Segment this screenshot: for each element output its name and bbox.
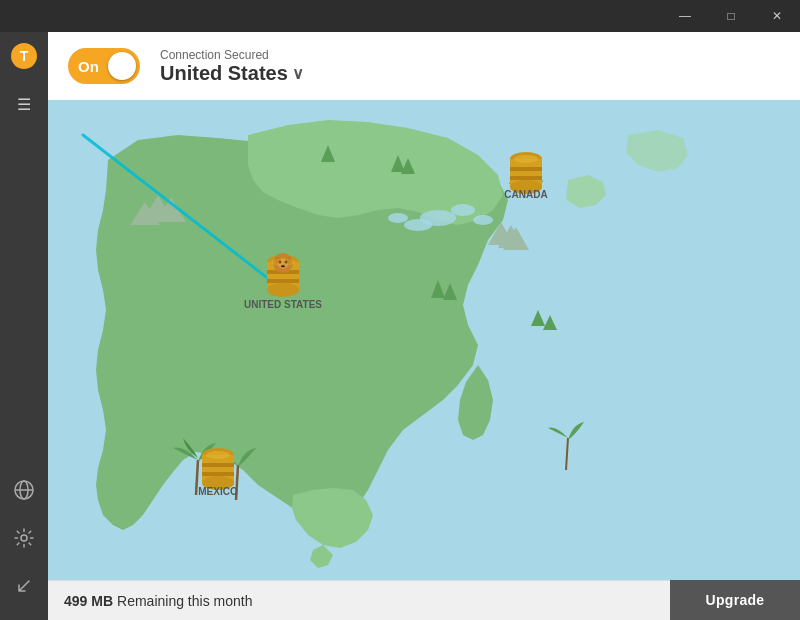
upgrade-button[interactable]: Upgrade: [670, 580, 800, 620]
app-logo: T: [0, 32, 48, 80]
svg-rect-54: [202, 463, 234, 467]
svg-point-11: [388, 213, 408, 223]
svg-point-56: [206, 451, 230, 459]
us-label: UNITED STATES: [244, 299, 322, 310]
us-server: [267, 253, 299, 297]
svg-rect-35: [510, 167, 542, 171]
toggle-label: On: [78, 58, 99, 75]
vpn-toggle-container: On: [68, 48, 140, 84]
canada-label: CANADA: [504, 189, 547, 200]
connection-info: Connection Secured United States ∨: [160, 48, 304, 85]
svg-point-9: [473, 215, 493, 225]
svg-rect-55: [202, 472, 234, 476]
arrow-icon: [15, 577, 33, 599]
vpn-toggle[interactable]: On: [68, 48, 140, 84]
sidebar: T ☰: [0, 32, 48, 620]
mexico-server: [202, 448, 234, 490]
globe-button[interactable]: [0, 468, 48, 516]
toggle-knob: [108, 52, 136, 80]
window-controls: — □ ✕: [662, 0, 800, 32]
chevron-down-icon: ∨: [292, 64, 304, 83]
mexico-label: MEXICO: [198, 486, 238, 497]
collapse-button[interactable]: [0, 564, 48, 612]
minimize-button[interactable]: —: [662, 0, 708, 32]
svg-rect-36: [510, 176, 542, 180]
svg-point-5: [21, 535, 27, 541]
close-button[interactable]: ✕: [754, 0, 800, 32]
svg-point-50: [271, 258, 295, 266]
location-name: United States: [160, 62, 288, 85]
svg-text:T: T: [20, 48, 29, 64]
header: On Connection Secured United States ∨: [48, 32, 800, 100]
title-bar: — □ ✕: [0, 0, 800, 32]
svg-point-8: [451, 204, 475, 216]
connection-location[interactable]: United States ∨: [160, 62, 304, 85]
bottom-bar: 499 MB Remaining this month Upgrade: [48, 580, 800, 620]
hamburger-icon: ☰: [17, 95, 31, 114]
maximize-button[interactable]: □: [708, 0, 754, 32]
map-area: CANADA UNITED STATES: [48, 100, 800, 580]
gear-icon: [14, 528, 34, 553]
svg-point-40: [267, 283, 299, 297]
menu-button[interactable]: ☰: [0, 80, 48, 128]
svg-point-10: [404, 219, 432, 231]
settings-button[interactable]: [0, 516, 48, 564]
svg-point-37: [514, 155, 538, 163]
canada-server: [510, 152, 542, 194]
data-remaining: 499 MB Remaining this month: [48, 580, 670, 620]
connection-status: Connection Secured: [160, 48, 304, 62]
globe-icon: [13, 479, 35, 506]
remaining-label: Remaining this month: [117, 593, 252, 609]
svg-rect-42: [267, 279, 299, 283]
remaining-mb: 499 MB: [64, 593, 113, 609]
